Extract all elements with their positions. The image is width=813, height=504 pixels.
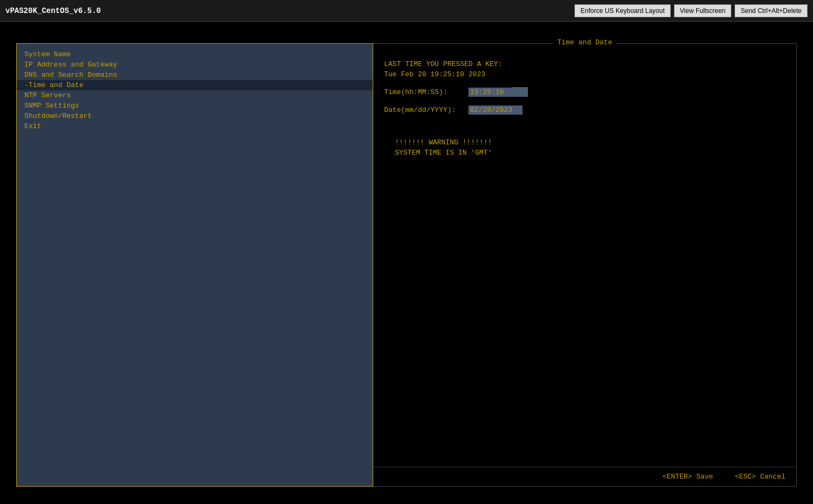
enforce-keyboard-btn[interactable]: Enforce US Keyboard Layout bbox=[574, 4, 670, 17]
menu-item[interactable]: DNS and Search Domains bbox=[17, 70, 373, 80]
time-label: Time(hh:MM:SS): bbox=[384, 88, 465, 96]
menu-item[interactable]: NTP Servers bbox=[17, 90, 373, 101]
footer-cancel[interactable]: <ESC> Cancel bbox=[735, 473, 785, 481]
panel-title: Time and Date bbox=[553, 38, 616, 47]
date-label: Date(mm/dd/YYYY): bbox=[384, 106, 465, 114]
view-fullscreen-btn[interactable]: View Fullscreen bbox=[674, 4, 731, 17]
menu-item[interactable]: SNMP Settings bbox=[17, 101, 373, 111]
footer-save[interactable]: <ENTER> Save bbox=[663, 473, 713, 481]
warning-box: !!!!!!! WARNING !!!!!!! SYSTEM TIME IS I… bbox=[384, 131, 785, 164]
warning-line1: !!!!!!! WARNING !!!!!!! bbox=[395, 138, 775, 147]
menu-item[interactable]: IP Address and Gateway bbox=[17, 59, 373, 70]
toolbar: vPAS20K_CentOS_v6.5.0 Enforce US Keyboar… bbox=[0, 0, 813, 22]
main-area: System NameIP Address and GatewayDNS and… bbox=[0, 22, 813, 504]
time-input-wrapper bbox=[468, 87, 528, 97]
menu-item[interactable]: System Name bbox=[17, 49, 373, 59]
right-panel-outer: Time and Date LAST TIME YOU PRESSED A KE… bbox=[373, 43, 797, 487]
menu-item[interactable]: -Time and Date bbox=[17, 80, 373, 90]
menu-item[interactable]: Exit bbox=[17, 121, 373, 131]
panels-wrapper: System NameIP Address and GatewayDNS and… bbox=[16, 43, 797, 488]
menu-item[interactable]: Shutdown/Restart bbox=[17, 111, 373, 121]
toolbar-buttons: Enforce US Keyboard Layout View Fullscre… bbox=[574, 4, 808, 17]
left-panel: System NameIP Address and GatewayDNS and… bbox=[16, 43, 373, 487]
date-row: Date(mm/dd/YYYY): bbox=[384, 105, 785, 115]
warning-line2: SYSTEM TIME IS IN 'GMT' bbox=[395, 149, 775, 157]
date-input-wrapper bbox=[468, 105, 523, 115]
time-input[interactable] bbox=[468, 88, 512, 97]
last-key-label: LAST TIME YOU PRESSED A KEY: bbox=[384, 60, 785, 68]
last-key-value: Tue Feb 28 19:25:10 2023 bbox=[384, 70, 785, 78]
app-title: vPAS20K_CentOS_v6.5.0 bbox=[5, 6, 101, 15]
right-panel: Time and Date LAST TIME YOU PRESSED A KE… bbox=[373, 43, 797, 487]
date-input[interactable] bbox=[468, 105, 523, 115]
right-footer: <ENTER> Save <ESC> Cancel bbox=[373, 467, 796, 486]
time-row: Time(hh:MM:SS): bbox=[384, 87, 785, 97]
right-content: LAST TIME YOU PRESSED A KEY: Tue Feb 28 … bbox=[373, 44, 796, 467]
send-cad-btn[interactable]: Send Ctrl+Alt+Delete bbox=[735, 4, 808, 17]
